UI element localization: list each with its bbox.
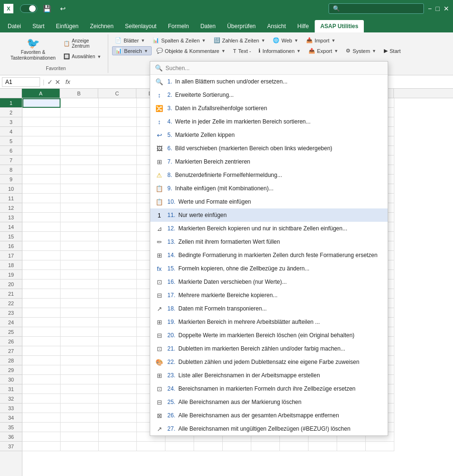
- row-header-15[interactable]: 15: [0, 232, 22, 241]
- cell-C10[interactable]: [99, 184, 137, 194]
- row-header-31[interactable]: 31: [0, 384, 22, 394]
- cell-C27[interactable]: [99, 346, 137, 356]
- cell-A19[interactable]: [22, 270, 61, 279]
- tab-hilfe[interactable]: Hilfe: [292, 20, 315, 32]
- cell-A10[interactable]: [22, 184, 61, 194]
- cell-H37[interactable]: [251, 442, 280, 451]
- save-icon[interactable]: 💾: [42, 4, 51, 13]
- cell-A7[interactable]: [22, 155, 61, 165]
- cell-A36[interactable]: [22, 432, 61, 442]
- maximize-button[interactable]: □: [436, 5, 440, 12]
- cell-A9[interactable]: [22, 175, 61, 184]
- dropdown-item-20[interactable]: ⊟20. Doppelte Werte im markierten Bereic…: [150, 329, 388, 342]
- cell-B15[interactable]: [61, 232, 99, 241]
- cell-B34[interactable]: [61, 413, 99, 423]
- cell-F37[interactable]: [194, 442, 223, 451]
- cell-B36[interactable]: [61, 432, 99, 442]
- cell-A17[interactable]: [22, 251, 61, 260]
- cell-A12[interactable]: [22, 203, 61, 213]
- btn-anzeige[interactable]: 📋 AnzeigeZentrum: [61, 36, 104, 51]
- cell-C35[interactable]: [99, 423, 137, 432]
- dropdown-item-6[interactable]: 🖼6. Bild verschieben (markierten Bereich…: [150, 142, 388, 155]
- cell-C6[interactable]: [99, 146, 137, 155]
- dropdown-item-1[interactable]: 🔍1. In allen Blättern suchen und/oder er…: [150, 75, 388, 88]
- btn-auswaehlen[interactable]: 🔲 Auswählen ▼: [61, 52, 104, 62]
- dropdown-item-11[interactable]: 111. Nur werte einfügen: [150, 208, 388, 222]
- dropdown-item-4[interactable]: ↕4. Werte in jeder Zelle im markierten B…: [150, 115, 388, 128]
- close-button[interactable]: ✕: [443, 5, 449, 12]
- tab-seitenlayout[interactable]: Seitenlayout: [119, 20, 162, 32]
- cell-C1[interactable]: [99, 98, 137, 108]
- btn-favoriten[interactable]: 🐦 Favoriten &Tastenkombinationen: [8, 36, 59, 63]
- cell-B24[interactable]: [61, 318, 99, 327]
- dropdown-item-12[interactable]: ⊿12. Markierten Bereich kopieren und nur…: [150, 222, 388, 235]
- row-header-13[interactable]: 13: [0, 213, 22, 222]
- cell-B20[interactable]: [61, 279, 99, 289]
- cell-A13[interactable]: [22, 213, 61, 222]
- cell-C37[interactable]: [99, 442, 137, 451]
- cell-A18[interactable]: [22, 260, 61, 270]
- row-header-9[interactable]: 9: [0, 175, 22, 184]
- row-header-32[interactable]: 32: [0, 394, 22, 404]
- row-header-33[interactable]: 33: [0, 404, 22, 413]
- row-header-1[interactable]: 1: [0, 98, 22, 108]
- cell-C21[interactable]: [99, 289, 137, 299]
- btn-zahlen-zeiten[interactable]: 🔢 Zahlen & Zeiten ▼: [211, 36, 268, 44]
- row-header-28[interactable]: 28: [0, 356, 22, 365]
- row-header-5[interactable]: 5: [0, 136, 22, 146]
- cell-A8[interactable]: [22, 165, 61, 175]
- undo-icon[interactable]: ↩: [58, 4, 68, 13]
- cell-A1[interactable]: [22, 98, 61, 108]
- cell-C13[interactable]: [99, 213, 137, 222]
- cell-C28[interactable]: [99, 356, 137, 365]
- cell-B26[interactable]: [61, 337, 99, 346]
- cell-L37[interactable]: [366, 442, 394, 451]
- col-header-B[interactable]: B: [60, 89, 98, 98]
- btn-export[interactable]: 📤 Export ▼: [306, 46, 341, 55]
- dropdown-item-24[interactable]: ⊡24. Bereichsnamen in markierten Formeln…: [150, 382, 388, 395]
- row-header-27[interactable]: 27: [0, 346, 22, 356]
- minimize-button[interactable]: −: [428, 5, 432, 12]
- cell-B33[interactable]: [61, 404, 99, 413]
- row-header-25[interactable]: 25: [0, 327, 22, 337]
- cell-B12[interactable]: [61, 203, 99, 213]
- row-header-21[interactable]: 21: [0, 289, 22, 299]
- dropdown-item-21[interactable]: ⊡21. Dubletten im markierten Bereich zäh…: [150, 342, 388, 355]
- cell-B7[interactable]: [61, 155, 99, 165]
- cell-C8[interactable]: [99, 165, 137, 175]
- row-header-22[interactable]: 22: [0, 299, 22, 308]
- row-header-14[interactable]: 14: [0, 222, 22, 232]
- cell-B35[interactable]: [61, 423, 99, 432]
- row-header-37[interactable]: 37: [0, 442, 22, 451]
- dropdown-item-23[interactable]: ⊞23. Liste aller Bereichsnamen in der Ar…: [150, 369, 388, 382]
- tab-ueberpruefen[interactable]: Überprüfen: [221, 20, 261, 32]
- btn-start-ribbon[interactable]: ▶ Start: [381, 46, 403, 55]
- dropdown-item-14[interactable]: ⊞14. Bedingte Formatierung in markierten…: [150, 248, 388, 262]
- dropdown-item-19[interactable]: ⊞19. Markierten Bereich in mehrere Arbei…: [150, 315, 388, 329]
- row-header-35[interactable]: 35: [0, 423, 22, 432]
- tab-ansicht[interactable]: Ansicht: [261, 20, 291, 32]
- cell-B18[interactable]: [61, 260, 99, 270]
- cell-A33[interactable]: [22, 404, 61, 413]
- search-bar[interactable]: 🔍: [329, 3, 424, 14]
- cell-A30[interactable]: [22, 375, 61, 384]
- btn-blaetter[interactable]: 📄 Blätter ▼: [112, 36, 148, 44]
- cell-A2[interactable]: [22, 108, 61, 117]
- cell-A26[interactable]: [22, 337, 61, 346]
- row-header-2[interactable]: 2: [0, 108, 22, 117]
- cell-G37[interactable]: [223, 442, 251, 451]
- formulabar-check[interactable]: ✓: [47, 78, 53, 86]
- cell-B16[interactable]: [61, 241, 99, 251]
- cell-C20[interactable]: [99, 279, 137, 289]
- dropdown-item-5[interactable]: ↩5. Markierte Zellen kippen: [150, 128, 388, 142]
- tab-asap[interactable]: ASAP Utilities: [315, 20, 364, 32]
- btn-text[interactable]: T Text -: [230, 46, 254, 55]
- cell-A23[interactable]: [22, 308, 61, 318]
- btn-spalten-zeilen[interactable]: 📊 Spalten & Zeilen ▼: [150, 36, 209, 44]
- row-header-23[interactable]: 23: [0, 308, 22, 318]
- cell-A27[interactable]: [22, 346, 61, 356]
- cell-C29[interactable]: [99, 365, 137, 375]
- cell-C16[interactable]: [99, 241, 137, 251]
- cell-B31[interactable]: [61, 384, 99, 394]
- dropdown-item-9[interactable]: 📋9. Inhalte einfügen (mit Kombinationen)…: [150, 182, 388, 195]
